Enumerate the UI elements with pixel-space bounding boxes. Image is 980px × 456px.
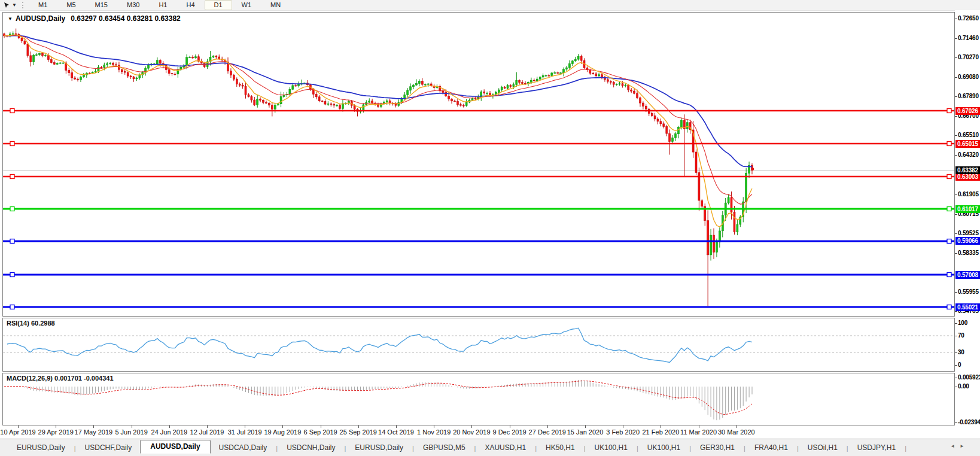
- rsi-tick-label: 30: [958, 349, 964, 355]
- chart-tab-gbpusd-m5[interactable]: GBPUSD,M5: [415, 441, 474, 454]
- timeframe-button-d1[interactable]: D1: [205, 0, 232, 10]
- timeframe-button-m30[interactable]: M30: [117, 0, 149, 10]
- chart-tab-usdcnh-daily[interactable]: USDCNH,Daily: [278, 441, 343, 454]
- date-tick: [169, 425, 170, 428]
- hline-handle[interactable]: [10, 207, 14, 211]
- chart-tab-eurusd-daily[interactable]: EURUSD,Daily: [8, 441, 74, 454]
- mt4-terminal-window: ▼ M1M5M15M30H1H4D1W1MN ▼AUDUSD,Daily0.63…: [0, 0, 980, 456]
- hline-handle[interactable]: [947, 273, 951, 277]
- timeframe-button-h1[interactable]: H1: [149, 0, 176, 10]
- last-price-dot: [751, 168, 754, 171]
- rsi-tick-label: 70: [958, 332, 964, 339]
- hline-handle[interactable]: [947, 142, 951, 146]
- price-tick-label: 0.59525: [958, 230, 979, 236]
- chart-tab-eurusd-daily[interactable]: EURUSD,Daily: [346, 441, 412, 454]
- hline-handle[interactable]: [947, 175, 951, 179]
- price-tick-label: 0.65510: [958, 132, 979, 138]
- tab-scroll-left-icon[interactable]: ◄: [950, 443, 960, 449]
- chart-tab-usdjpy-h1[interactable]: USDJPY,H1: [849, 441, 904, 454]
- candlestick-chart-canvas[interactable]: [3, 13, 954, 316]
- chart-tab-ger30-h1[interactable]: GER30,H1: [692, 441, 743, 454]
- timeframe-button-h4[interactable]: H4: [176, 0, 204, 10]
- current-price-label: 0.63382: [955, 166, 980, 174]
- toolbar-grip-handle[interactable]: [22, 2, 25, 8]
- hline-handle[interactable]: [10, 305, 14, 309]
- crosshair-cursor-icon[interactable]: [2, 1, 11, 10]
- tab-scroll-arrows: ◄►: [950, 443, 969, 449]
- chart-tab-usdchf-daily[interactable]: USDCHF,Daily: [77, 441, 141, 454]
- timeframe-button-w1[interactable]: W1: [232, 0, 261, 10]
- price-chart-panel[interactable]: ▼AUDUSD,Daily0.63297 0.63454 0.63281 0.6…: [2, 12, 955, 317]
- time-axis[interactable]: 10 Apr 201929 Apr 201917 May 20195 Jun 2…: [0, 425, 980, 439]
- tab-scroll-right-icon[interactable]: ►: [960, 443, 969, 449]
- chart-tab-audusd-daily[interactable]: AUDUSD,Daily: [140, 440, 210, 454]
- date-label: 20 Nov 2019: [453, 428, 490, 436]
- timeframe-button-mn[interactable]: MN: [261, 0, 290, 10]
- macd-signal-line: [4, 381, 752, 415]
- date-tick: [321, 425, 321, 428]
- candles: [4, 29, 753, 306]
- date-label: 15 Jan 2020: [567, 428, 604, 436]
- hline-price-label: 0.57008: [955, 271, 980, 279]
- hline-handle[interactable]: [947, 207, 951, 211]
- date-label: 27 Dec 2019: [529, 428, 566, 436]
- date-tick: [207, 425, 208, 428]
- hline-handle[interactable]: [10, 175, 14, 179]
- macd-tick-label: 0.00: [958, 383, 969, 390]
- hline-handle[interactable]: [10, 239, 14, 244]
- chart-tab-uk100-h1[interactable]: UK100,H1: [586, 441, 636, 454]
- hline-handle[interactable]: [10, 273, 14, 277]
- date-tick: [245, 425, 245, 428]
- hline-handle[interactable]: [10, 142, 14, 146]
- date-label: 30 Mar 2020: [718, 428, 755, 436]
- hline-handle[interactable]: [947, 305, 951, 309]
- timeframe-button-m5[interactable]: M5: [57, 0, 85, 10]
- date-tick: [282, 425, 283, 428]
- chart-tab-bar: EURUSD,Daily|USDCHF,DailyAUDUSD,DailyUSD…: [0, 439, 980, 456]
- date-label: 17 May 2019: [75, 428, 113, 436]
- date-label: 5 Jun 2019: [115, 428, 147, 436]
- rsi-tick-label: 100: [958, 320, 967, 326]
- chart-tab-xauusd-h1[interactable]: XAUUSD,H1: [476, 441, 534, 454]
- chart-tab-hk50-h1[interactable]: HK50,H1: [537, 441, 583, 454]
- macd-tick-label: 0.005923: [958, 374, 980, 381]
- hline-price-label: 0.61017: [955, 205, 980, 213]
- hline-handle[interactable]: [10, 109, 14, 113]
- hline-price-label: 0.65015: [955, 140, 980, 148]
- date-label: 11 Mar 2020: [680, 428, 717, 436]
- date-tick: [56, 425, 56, 428]
- price-tick-label: 0.64320: [958, 151, 979, 158]
- chart-tab-fra40-h1[interactable]: FRA40,H1: [746, 441, 796, 454]
- date-label: 14 Oct 2019: [378, 428, 414, 436]
- date-tick: [585, 425, 586, 428]
- cursor-dropdown-caret-icon[interactable]: ▼: [11, 2, 17, 8]
- chart-tab-uk100-h1[interactable]: UK100,H1: [639, 441, 689, 454]
- rsi-line: [7, 328, 752, 362]
- macd-tick-label: -0.02394: [958, 419, 980, 425]
- macd-chart-canvas[interactable]: [3, 373, 954, 425]
- hline-handle[interactable]: [947, 239, 951, 244]
- date-tick: [358, 425, 359, 428]
- timeframe-button-m15[interactable]: M15: [86, 0, 117, 10]
- date-tick: [699, 425, 699, 428]
- date-tick: [434, 425, 434, 428]
- date-label: 31 Jul 2019: [228, 428, 262, 436]
- hline-price-label: 0.59066: [955, 237, 980, 245]
- rsi-chart-canvas[interactable]: [3, 318, 954, 371]
- chart-tab-usdcad-daily[interactable]: USDCAD,Daily: [211, 441, 276, 454]
- price-tick-label: 0.67890: [958, 93, 979, 99]
- timeframe-button-m1[interactable]: M1: [29, 0, 57, 10]
- timeframe-buttons: M1M5M15M30H1H4D1W1MN: [29, 0, 290, 10]
- rsi-indicator-panel[interactable]: RSI(14) 60.2988: [2, 318, 955, 372]
- date-label: 1 Nov 2019: [417, 428, 451, 436]
- price-tick-label: 0.55955: [958, 288, 979, 295]
- macd-indicator-panel[interactable]: MACD(12,26,9) 0.001701 -0.004341: [2, 373, 955, 425]
- date-tick: [661, 425, 661, 428]
- price-tick-label: 0.69080: [958, 74, 979, 80]
- date-label: 12 Jul 2019: [190, 428, 224, 436]
- date-tick: [93, 425, 94, 428]
- date-label: 21 Feb 2020: [643, 428, 680, 436]
- hline-handle[interactable]: [947, 109, 951, 113]
- date-label: 25 Sep 2019: [340, 428, 377, 436]
- chart-tab-usoil-h1[interactable]: USOil,H1: [799, 441, 846, 454]
